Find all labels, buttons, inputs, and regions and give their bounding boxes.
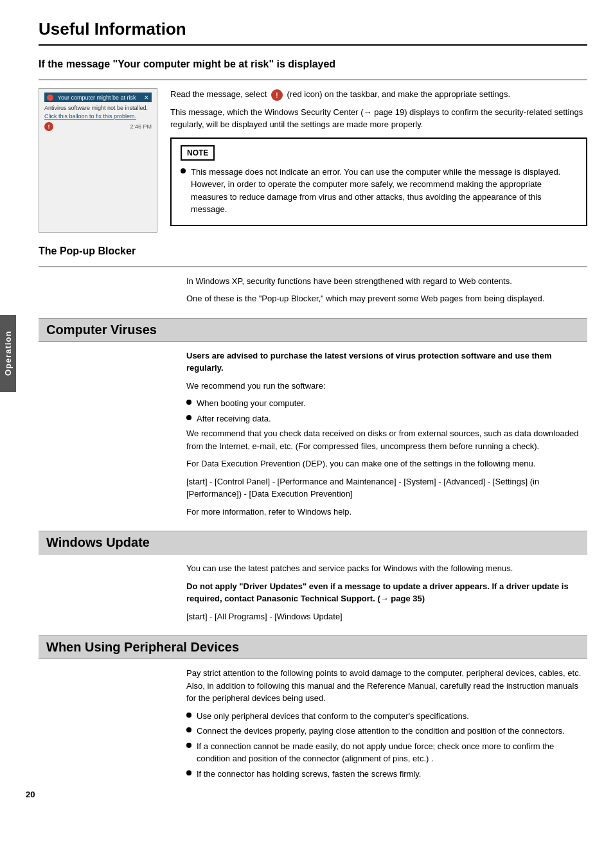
peripheral-bullet2-text: Connect the devices properly, paying clo…	[197, 725, 565, 738]
viruses-text5: For more information, refer to Windows h…	[186, 506, 587, 518]
peripheral-bullet4: If the connector has holding screws, fas…	[186, 768, 587, 781]
bullet-icon	[181, 168, 186, 173]
viruses-heading-bar: Computer Viruses	[39, 318, 587, 342]
page-container: Operation Useful Information If the mess…	[0, 0, 613, 812]
peripheral-content: Pay strict attention to the following po…	[186, 667, 587, 780]
screenshot-time: 2:46 PM	[130, 123, 152, 130]
peripheral-heading-bar: When Using Peripheral Devices	[39, 635, 587, 659]
windows-update-content: You can use the latest patches and servi…	[186, 562, 587, 623]
bullet-icon	[186, 713, 191, 718]
note-box: NOTE This message does not indicate an e…	[170, 137, 587, 226]
viruses-text1: We recommend you run the software:	[186, 380, 587, 393]
viruses-bullet1-text: When booting your computer.	[197, 397, 306, 410]
message-text-content: Read the message, select ! (red icon) on…	[170, 88, 587, 233]
peripheral-bullet4-text: If the connector has holding screws, fas…	[197, 768, 421, 781]
peripheral-bullet1-text: Use only peripheral devices that conform…	[197, 710, 469, 723]
section-computer-viruses: Computer Viruses Users are advised to pu…	[39, 318, 587, 518]
message-text2: This message, which the Windows Security…	[170, 106, 587, 131]
viruses-bullet1: When booting your computer.	[186, 397, 587, 410]
popup-text2: One of these is the "Pop-up Blocker," wh…	[186, 292, 587, 305]
note-bullet1: This message does not indicate an error.…	[181, 166, 577, 216]
red-icon: !	[271, 89, 283, 101]
viruses-text2: We recommend that you check data receive…	[186, 427, 587, 452]
section-popup-blocker: The Pop-up Blocker In Windows XP, securi…	[39, 245, 587, 305]
windows-update-bold: Do not apply "Driver Updates" even if a …	[186, 580, 587, 605]
viruses-content: Users are advised to purchase the latest…	[186, 350, 587, 518]
bullet-icon	[186, 400, 191, 405]
windows-update-heading-bar: Windows Update	[39, 531, 587, 554]
bullet-icon	[186, 743, 191, 748]
viruses-text4: [start] - [Control Panel] - [Performance…	[186, 475, 587, 500]
screenshot-footer: ! 2:46 PM	[44, 122, 152, 131]
note-label: NOTE	[181, 145, 215, 161]
message-text1: Read the message, select ! (red icon) on…	[170, 88, 587, 101]
section-message-header: If the message "Your computer might be a…	[39, 58, 587, 80]
section-message-risk: If the message "Your computer might be a…	[39, 58, 587, 233]
peripheral-text1: Pay strict attention to the following po…	[186, 667, 587, 705]
popup-text1: In Windows XP, security functions have b…	[186, 275, 587, 288]
section-popup-title: The Pop-up Blocker	[39, 245, 587, 260]
bullet-icon	[186, 770, 191, 775]
section-windows-update: Windows Update You can use the latest pa…	[39, 531, 587, 623]
side-tab-operation: Operation	[0, 315, 16, 392]
page-title: Useful Information	[39, 19, 587, 46]
side-tab-label: Operation	[3, 331, 13, 376]
page-number: 20	[26, 790, 35, 799]
screenshot-close: ✕	[144, 94, 149, 101]
taskbar-icons: !	[44, 122, 53, 131]
windows-update-heading: Windows Update	[46, 535, 150, 549]
section-peripheral-devices: When Using Peripheral Devices Pay strict…	[39, 635, 587, 780]
viruses-bullet2-text: After receiving data.	[197, 412, 271, 425]
peripheral-bullet2: Connect the devices properly, paying clo…	[186, 725, 587, 738]
viruses-bold: Users are advised to purchase the latest…	[186, 350, 587, 375]
bullet-icon	[186, 727, 191, 732]
popup-content: In Windows XP, security functions have b…	[186, 275, 587, 305]
screenshot-title-bar: Your computer might be at risk ✕	[44, 93, 152, 102]
screenshot-line1: Antivirus software might not be installe…	[44, 105, 152, 111]
peripheral-bullet1: Use only peripheral devices that conform…	[186, 710, 587, 723]
peripheral-bullet3: If a connection cannot be made easily, d…	[186, 740, 587, 765]
section-popup-header: The Pop-up Blocker	[39, 245, 587, 267]
viruses-bullet2: After receiving data.	[186, 412, 587, 425]
peripheral-heading: When Using Peripheral Devices	[46, 640, 239, 654]
screenshot-line2: Click this balloon to fix this problem.	[44, 113, 152, 120]
screenshot-icon: Your computer might be at risk	[47, 94, 136, 101]
message-section-content: Your computer might be at risk ✕ Antivir…	[39, 88, 587, 233]
windows-update-text2: [start] - [All Programs] - [Windows Upda…	[186, 610, 587, 623]
screenshot-box: Your computer might be at risk ✕ Antivir…	[39, 88, 157, 233]
viruses-text3: For Data Execution Prevention (DEP), you…	[186, 457, 587, 470]
peripheral-bullet3-text: If a connection cannot be made easily, d…	[197, 740, 587, 765]
section-message-title: If the message "Your computer might be a…	[39, 58, 587, 73]
viruses-heading: Computer Viruses	[46, 323, 157, 337]
bullet-icon	[186, 415, 191, 420]
windows-update-text1: You can use the latest patches and servi…	[186, 562, 587, 575]
